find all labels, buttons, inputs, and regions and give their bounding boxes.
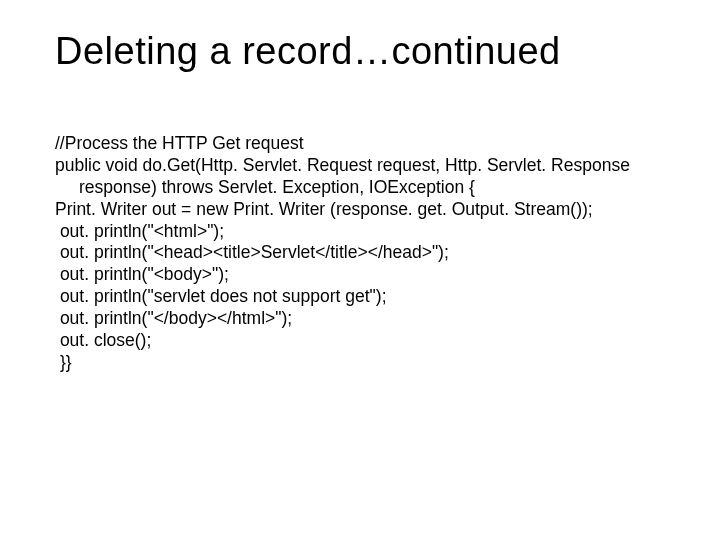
slide: Deleting a record…continued //Process th… bbox=[0, 0, 720, 540]
code-line: out. println("</body></html>"); bbox=[55, 308, 665, 330]
code-line: out. println("<head><title>Servlet</titl… bbox=[55, 242, 665, 264]
code-line: out. close(); bbox=[55, 330, 665, 352]
code-line: Print. Writer out = new Print. Writer (r… bbox=[55, 199, 665, 221]
code-line: //Process the HTTP Get request bbox=[55, 133, 665, 155]
code-line: out. println("<html>"); bbox=[55, 221, 665, 243]
code-line: }} bbox=[55, 352, 665, 374]
code-block: //Process the HTTP Get request public vo… bbox=[55, 133, 665, 374]
code-line: out. println("<body>"); bbox=[55, 264, 665, 286]
slide-title: Deleting a record…continued bbox=[55, 30, 665, 73]
code-line: out. println("servlet does not support g… bbox=[55, 286, 665, 308]
code-line: public void do.Get(Http. Servlet. Reques… bbox=[55, 155, 665, 199]
